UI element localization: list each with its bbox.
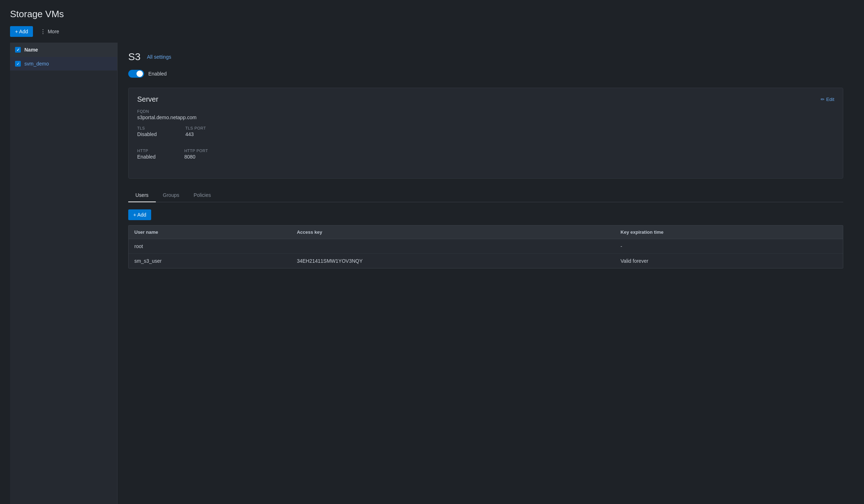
right-panel: S3 All settings Enabled Server ✏ Edit bbox=[117, 43, 854, 504]
server-header: Server ✏ Edit bbox=[137, 95, 834, 103]
http-port-label: HTTP PORT bbox=[184, 149, 208, 153]
users-add-button[interactable]: + Add bbox=[128, 209, 151, 220]
pencil-icon: ✏ bbox=[821, 97, 825, 102]
users-table-header: User name Access key Key expiration time bbox=[129, 226, 843, 239]
tab-policies[interactable]: Policies bbox=[186, 189, 218, 202]
fqdn-field: FQDN s3portal.demo.netapp.com bbox=[137, 109, 834, 120]
http-row: HTTP Enabled HTTP PORT 8080 bbox=[137, 149, 834, 165]
sidebar-column-name: Name bbox=[24, 47, 38, 53]
fqdn-label: FQDN bbox=[137, 109, 834, 113]
edit-label: Edit bbox=[826, 97, 834, 102]
header-checkbox[interactable]: ✓ bbox=[15, 47, 21, 53]
tls-port-label: TLS PORT bbox=[185, 126, 206, 130]
row-username: root bbox=[129, 239, 291, 254]
svm-demo-label: svm_demo bbox=[24, 61, 49, 67]
s3-title: S3 bbox=[128, 51, 140, 63]
table-toolbar: + Add bbox=[128, 209, 843, 220]
all-settings-link[interactable]: All settings bbox=[147, 54, 171, 60]
tls-field: TLS Disabled bbox=[137, 126, 157, 137]
row-key-expiration: - bbox=[615, 239, 843, 254]
row-access-key: 34EH21411SMW1YOV3NQY bbox=[291, 254, 615, 268]
more-button[interactable]: ⋮ More bbox=[38, 27, 61, 37]
server-title: Server bbox=[137, 95, 158, 103]
tls-label: TLS bbox=[137, 126, 157, 130]
s3-header: S3 All settings bbox=[128, 51, 843, 63]
toolbar: + Add ⋮ More bbox=[10, 26, 854, 37]
enabled-toggle-row: Enabled bbox=[128, 70, 843, 78]
more-label: More bbox=[48, 29, 59, 34]
http-port-value: 8080 bbox=[184, 154, 208, 160]
tabs-container: Users Groups Policies + Add User name Ac… bbox=[128, 189, 843, 268]
col-username: User name bbox=[129, 226, 291, 239]
sidebar: ✓ Name ✓ svm_demo bbox=[10, 43, 117, 504]
http-field: HTTP Enabled bbox=[137, 149, 155, 160]
tls-value: Disabled bbox=[137, 131, 157, 137]
users-table: User name Access key Key expiration time… bbox=[129, 226, 843, 268]
add-button[interactable]: + Add bbox=[10, 26, 33, 37]
server-section: Server ✏ Edit FQDN s3portal.demo.netapp.… bbox=[128, 88, 843, 179]
tls-row: TLS Disabled TLS PORT 443 bbox=[137, 126, 834, 143]
edit-link[interactable]: ✏ Edit bbox=[821, 97, 834, 102]
http-label: HTTP bbox=[137, 149, 155, 153]
enabled-toggle[interactable] bbox=[128, 70, 144, 78]
tab-users[interactable]: Users bbox=[128, 189, 156, 202]
checkbox-check-icon: ✓ bbox=[16, 62, 20, 66]
sidebar-header: ✓ Name bbox=[10, 43, 117, 57]
row-username: sm_s3_user bbox=[129, 254, 291, 268]
more-dots-icon: ⋮ bbox=[40, 28, 46, 35]
row-access-key bbox=[291, 239, 615, 254]
checkbox-check-icon: ✓ bbox=[16, 48, 20, 52]
page-title: Storage VMs bbox=[10, 9, 854, 20]
table-row: sm_s3_user 34EH21411SMW1YOV3NQY Valid fo… bbox=[129, 254, 843, 268]
svm-demo-checkbox[interactable]: ✓ bbox=[15, 61, 21, 67]
users-table-body: root - sm_s3_user 34EH21411SMW1YOV3NQY V… bbox=[129, 239, 843, 268]
tls-port-field: TLS PORT 443 bbox=[185, 126, 206, 137]
tab-groups[interactable]: Groups bbox=[156, 189, 187, 202]
row-key-expiration: Valid forever bbox=[615, 254, 843, 268]
sidebar-item-svm-demo[interactable]: ✓ svm_demo bbox=[10, 57, 117, 71]
http-value: Enabled bbox=[137, 154, 155, 160]
col-access-key: Access key bbox=[291, 226, 615, 239]
col-key-expiration: Key expiration time bbox=[615, 226, 843, 239]
http-port-field: HTTP PORT 8080 bbox=[184, 149, 208, 160]
toggle-knob bbox=[136, 71, 143, 77]
fqdn-value: s3portal.demo.netapp.com bbox=[137, 115, 834, 120]
tabs-bar: Users Groups Policies bbox=[128, 189, 843, 202]
enabled-label: Enabled bbox=[148, 71, 167, 77]
tls-port-value: 443 bbox=[185, 131, 206, 137]
table-row: root - bbox=[129, 239, 843, 254]
users-table-wrapper: User name Access key Key expiration time… bbox=[128, 225, 843, 268]
